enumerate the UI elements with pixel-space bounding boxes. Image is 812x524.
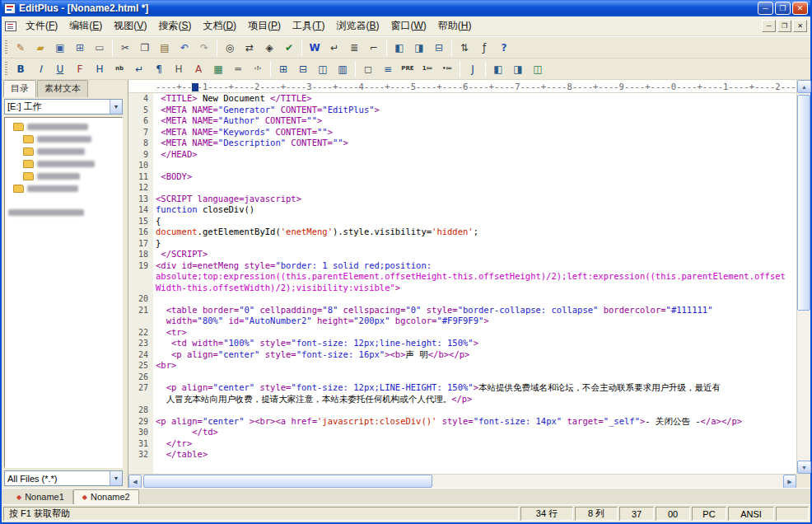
undo-button[interactable]: ↶ [175,39,194,57]
spell-check-button[interactable]: ✔ [279,39,299,57]
code-line[interactable]: 15{ [128,216,796,227]
font-button[interactable]: F [70,60,90,78]
heading-button[interactable]: H [90,60,110,78]
code-line[interactable]: 14function closeDiv() [128,204,796,216]
vertical-scroll-thumb[interactable] [797,95,810,311]
code-line[interactable]: 32 </table> [128,449,796,461]
comment-button[interactable]: ‹!› [248,60,268,78]
vertical-scrollbar[interactable]: ▲ ▼ [796,80,810,474]
script-tag-button[interactable]: J [463,60,483,78]
non-breaking-space-button[interactable]: nb [110,60,129,78]
code-line[interactable]: Width-this.offsetWidth)/2);visibility:vi… [128,283,796,294]
save-all-button[interactable]: ⊞ [70,39,90,57]
menu-browser[interactable]: 浏览器(B) [330,16,385,35]
table-header-button[interactable]: ◫ [313,60,333,78]
code-line[interactable]: 13<SCRIPT language=javascript> [128,194,796,205]
dropdown-arrow-icon[interactable]: ▼ [110,100,122,114]
horizontal-scroll-thumb[interactable] [143,475,432,488]
horizontal-scroll-track[interactable] [142,475,783,488]
find-button[interactable]: ◎ [220,39,240,57]
file-tree[interactable] [4,117,123,468]
redo-button[interactable]: ↷ [194,39,214,57]
browser-preview-button[interactable]: W [305,39,324,57]
replace-button[interactable]: ⇄ [240,39,259,57]
code-line[interactable]: 12 [128,182,796,194]
dropdown-arrow-icon[interactable]: ▼ [110,471,122,485]
code-line[interactable]: 23 <td width="100%" style="font-size: 12… [128,338,796,349]
maximize-button[interactable]: ❐ [775,2,791,15]
image-button[interactable]: ▦ [208,60,228,78]
code-line[interactable]: 30 </td> [128,427,796,438]
restore-document-button[interactable]: ❐ [777,20,791,32]
code-line[interactable]: 26 [128,372,796,383]
tree-item-blurred[interactable] [5,206,122,218]
close-button[interactable]: ✕ [792,2,808,15]
function-list-button[interactable]: ƒ [474,39,494,57]
cut-button[interactable]: ✂ [115,39,135,57]
code-line[interactable]: 16document.getElementById('enetMeng').st… [128,227,796,238]
tree-item-blurred[interactable] [5,182,122,194]
sidebar-tab-cliptext[interactable]: 素材文本 [37,80,88,97]
sidebar-tab-directory[interactable]: 目录 [3,80,36,97]
ruler-toggle-button[interactable]: ⌐ [364,39,384,57]
code-line[interactable]: 11 <BODY> [128,171,796,183]
code-line[interactable]: 28 [128,405,796,416]
line-break-button[interactable]: ↵ [129,60,149,78]
tree-item-blurred[interactable] [5,157,122,170]
paste-button[interactable]: ▤ [155,39,175,57]
code-line[interactable]: 6 <META NAME="Author" CONTENT=""> [128,115,796,127]
code-line[interactable]: width="80%" id="AutoNumber2" height="200… [128,316,796,327]
heading-tag-button[interactable]: H [169,60,189,78]
code-line[interactable]: 24 <p align="center" style="font-size: 1… [128,349,796,361]
save-button[interactable]: ▣ [50,39,70,57]
bold-button[interactable]: B [11,60,30,78]
tree-item-blurred[interactable] [5,145,122,157]
code-line[interactable]: 25<br> [128,360,796,372]
code-line[interactable]: 19<div id=enetMeng style="border: 1 soli… [128,260,796,272]
code-line[interactable]: 9 </HEAD> [128,149,796,161]
scroll-right-button[interactable]: ▶ [783,475,796,489]
menu-file[interactable]: 文件(F) [20,16,63,35]
file-filter-selector[interactable]: All Files (*.*) ▼ [4,470,123,486]
table-row-button[interactable]: ⊟ [293,60,313,78]
code-line[interactable]: 29<p align="center" ><br><a href='javasc… [128,416,796,428]
code-line[interactable]: 21 <table border="0" cellpadding="8" cel… [128,305,796,316]
scroll-left-button[interactable]: ◀ [128,475,142,489]
horizontal-rule-button[interactable]: ═ [228,60,248,78]
menu-help[interactable]: 帮助(H) [432,16,478,35]
code-line[interactable]: 17} [128,238,796,250]
copy-button[interactable]: ❐ [135,39,155,57]
div-tag-button[interactable]: ◻ [358,60,378,78]
scroll-up-button[interactable]: ▲ [797,80,811,93]
code-area[interactable]: 4 <TITLE> New Document </TITLE>5 <META N… [128,93,796,474]
horizontal-scrollbar[interactable]: ◀ ▶ [128,474,796,488]
open-file-button[interactable]: ▰ [30,39,50,57]
menu-view[interactable]: 视图(V) [108,16,152,35]
code-line[interactable]: 7 <META NAME="Keywords" CONTENT=""> [128,127,796,138]
scroll-down-button[interactable]: ▼ [797,461,811,474]
code-line[interactable]: 8 <META NAME="Description" CONTENT=""> [128,138,796,149]
tree-item-blurred[interactable] [5,133,122,145]
vertical-scroll-track[interactable] [797,93,810,461]
tree-item-blurred[interactable] [5,120,122,133]
preformatted-button[interactable]: PRE [398,60,418,78]
code-line[interactable]: 5 <META NAME="Generator" CONTENT="EditPl… [128,105,796,116]
close-document-button[interactable]: ✕ [793,20,807,32]
code-line[interactable]: 10 [128,160,796,171]
italic-button[interactable]: I [30,60,50,78]
menu-tools[interactable]: 工具(T) [287,16,330,35]
tree-item-blurred[interactable] [5,170,122,182]
unordered-list-button[interactable]: •≔ [437,60,457,78]
sort-button[interactable]: ⇅ [455,39,474,57]
print-button[interactable]: ▭ [90,39,110,57]
cliptext-window-button[interactable]: ◨ [409,39,429,57]
menu-search[interactable]: 搜索(S) [152,16,197,35]
directory-pane-button[interactable]: ◧ [488,60,508,78]
new-document-button[interactable]: ✎ [11,39,30,57]
minimize-button[interactable]: ─ [758,2,773,15]
center-button[interactable]: ≡ [378,60,398,78]
find-in-files-button[interactable]: ◈ [259,39,279,57]
underline-button[interactable]: U [50,60,70,78]
code-line[interactable]: 27 <p align="center" style="font-size: 1… [128,382,796,394]
table-button[interactable]: ⊞ [273,60,293,78]
